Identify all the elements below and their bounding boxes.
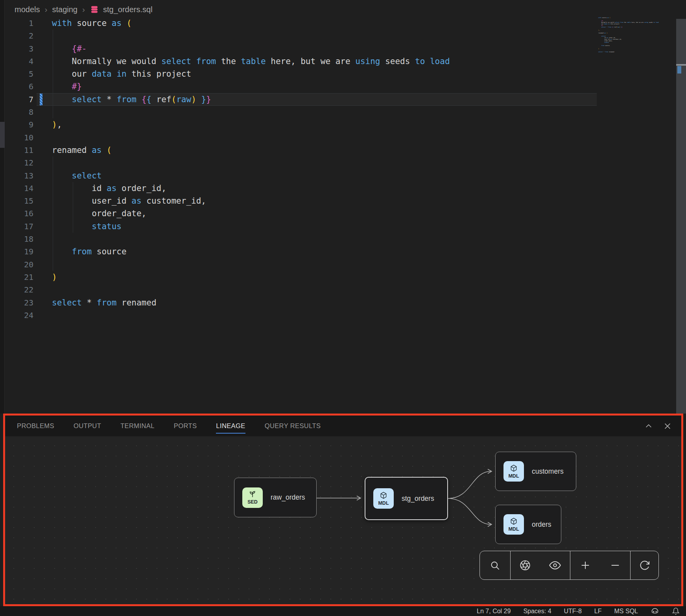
code-line[interactable]	[52, 309, 450, 322]
line-number: 23	[5, 296, 33, 309]
eye-icon[interactable]	[549, 559, 561, 571]
chevron-up-icon[interactable]	[644, 422, 653, 430]
line-number: 5	[5, 68, 33, 80]
badge-label: MDL	[508, 474, 519, 479]
line-number: 12	[5, 156, 33, 169]
status-utf-8[interactable]: UTF-8	[564, 608, 582, 615]
lineage-canvas[interactable]: SEDraw_ordersMDLstg_ordersMDLcustomersMD…	[5, 436, 681, 604]
line-number: 3	[5, 42, 33, 55]
line-number: 6	[5, 80, 33, 93]
code-line[interactable]: status	[52, 220, 450, 233]
code-line[interactable]: select * from {{ ref(raw) }}	[52, 93, 450, 106]
badge-label: MDL	[378, 501, 389, 506]
minimap-line	[598, 53, 659, 55]
tab-problems[interactable]: PROBLEMS	[17, 416, 54, 436]
overview-ruler-mark	[676, 64, 686, 66]
node-label: customers	[532, 467, 564, 476]
seedling-icon	[249, 490, 256, 500]
code-line[interactable]: with source as (	[52, 17, 450, 29]
activity-strip[interactable]	[0, 0, 5, 414]
lineage-node-stg_orders[interactable]: MDLstg_orders	[365, 477, 448, 520]
line-number: 14	[5, 182, 33, 195]
code-line[interactable]: id as order_id,	[52, 182, 450, 195]
line-number: 2	[5, 29, 33, 42]
zoom-in-icon[interactable]	[580, 560, 591, 571]
line-number: 11	[5, 144, 33, 156]
minimap[interactable]: with source as ( {#- Normally we would s…	[598, 17, 659, 55]
line-number: 9	[5, 118, 33, 131]
code-line[interactable]	[52, 131, 450, 144]
database-icon	[90, 5, 99, 14]
vscode-window: models › staging › stg_orders.sql 123456…	[0, 0, 686, 616]
tab-terminal[interactable]: TERMINAL	[120, 416, 155, 436]
bell-icon[interactable]	[672, 607, 680, 615]
line-number: 4	[5, 55, 33, 68]
code-line[interactable]	[52, 156, 450, 169]
code-line[interactable]: renamed as (	[52, 144, 450, 156]
code-line[interactable]: order_date,	[52, 207, 450, 220]
code-line[interactable]	[52, 233, 450, 245]
model-badge: MDL	[503, 514, 524, 535]
status-ms-sql[interactable]: MS SQL	[614, 608, 638, 615]
tab-lineage[interactable]: LINEAGE	[216, 416, 245, 436]
breadcrumb-item-models[interactable]: models	[15, 5, 40, 14]
line-number: 18	[5, 233, 33, 245]
code-line[interactable]: select * from renamed	[52, 296, 450, 309]
chevron-right-icon: ›	[81, 5, 86, 14]
line-number: 21	[5, 271, 33, 283]
breadcrumb-file[interactable]: stg_orders.sql	[103, 5, 153, 14]
code-line[interactable]: #}	[52, 80, 450, 93]
line-number: 1	[5, 17, 33, 29]
code-line[interactable]	[52, 106, 450, 118]
cube-icon	[380, 491, 387, 501]
code-line[interactable]: )	[52, 271, 450, 283]
code-line[interactable]	[52, 283, 450, 296]
lineage-node-raw_orders[interactable]: SEDraw_orders	[234, 478, 317, 517]
code-line[interactable]: ),	[52, 118, 450, 131]
line-number: 17	[5, 220, 33, 233]
lineage-node-orders[interactable]: MDLorders	[495, 505, 561, 544]
chevron-right-icon: ›	[44, 5, 48, 14]
line-number: 15	[5, 195, 33, 207]
status-bar: Ln 7, Col 29Spaces: 4UTF-8LFMS SQL	[0, 606, 686, 616]
lineage-node-customers[interactable]: MDLcustomers	[495, 452, 576, 491]
copilot-icon[interactable]	[651, 608, 659, 615]
refresh-icon[interactable]	[639, 560, 650, 571]
aperture-icon[interactable]	[520, 560, 531, 571]
line-number: 10	[5, 131, 33, 144]
code-line[interactable]: user_id as customer_id,	[52, 195, 450, 207]
line-number: 22	[5, 283, 33, 296]
search-icon[interactable]	[490, 560, 500, 571]
zoom-out-icon[interactable]	[610, 560, 621, 571]
breadcrumb-item-staging[interactable]: staging	[52, 5, 77, 14]
code-content[interactable]: with source as ( {#- Normally we would s…	[52, 17, 450, 322]
tab-output[interactable]: OUTPUT	[74, 416, 101, 436]
tab-query-results[interactable]: QUERY RESULTS	[265, 416, 321, 436]
editor-scrollbar[interactable]	[676, 19, 686, 414]
line-number: 16	[5, 207, 33, 220]
seed-badge: SED	[242, 487, 263, 508]
line-number: 24	[5, 309, 33, 322]
code-line[interactable]: Normally we would select from the table …	[52, 55, 450, 68]
code-line[interactable]	[52, 29, 450, 42]
panel-tab-bar: PROBLEMSOUTPUTTERMINALPORTSLINEAGEQUERY …	[5, 416, 681, 436]
close-icon[interactable]	[663, 422, 672, 430]
overview-ruler-modified-mark	[677, 66, 681, 74]
line-number: 7	[5, 93, 33, 106]
status-lf[interactable]: LF	[594, 608, 602, 615]
status-spaces-4[interactable]: Spaces: 4	[523, 608, 551, 615]
cube-icon	[510, 464, 518, 474]
badge-label: SED	[247, 500, 258, 505]
status-ln-7-col-29[interactable]: Ln 7, Col 29	[477, 608, 511, 615]
breadcrumb[interactable]: models › staging › stg_orders.sql	[15, 2, 153, 17]
modified-line-indicator	[40, 94, 42, 105]
code-line[interactable]	[52, 258, 450, 271]
code-line[interactable]: {#-	[52, 42, 450, 55]
code-line[interactable]: our data in this project	[52, 68, 450, 80]
code-line[interactable]: select	[52, 169, 450, 182]
scrollbar-fragment[interactable]	[0, 122, 5, 148]
code-editor[interactable]: models › staging › stg_orders.sql 123456…	[5, 0, 686, 414]
code-line[interactable]: from source	[52, 245, 450, 258]
node-label: raw_orders	[271, 493, 305, 502]
tab-ports[interactable]: PORTS	[174, 416, 197, 436]
